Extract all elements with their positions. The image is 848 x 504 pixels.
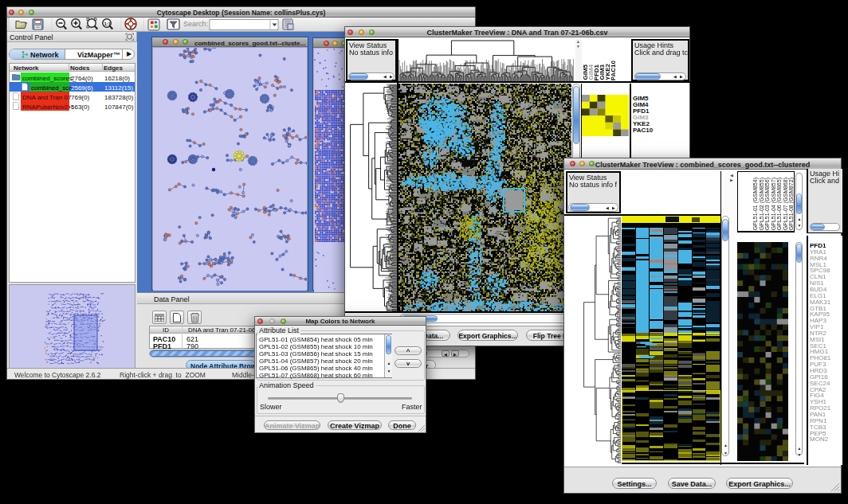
svg-text:Search:: Search:	[183, 20, 208, 28]
svg-text:1:1: 1:1	[104, 21, 112, 26]
